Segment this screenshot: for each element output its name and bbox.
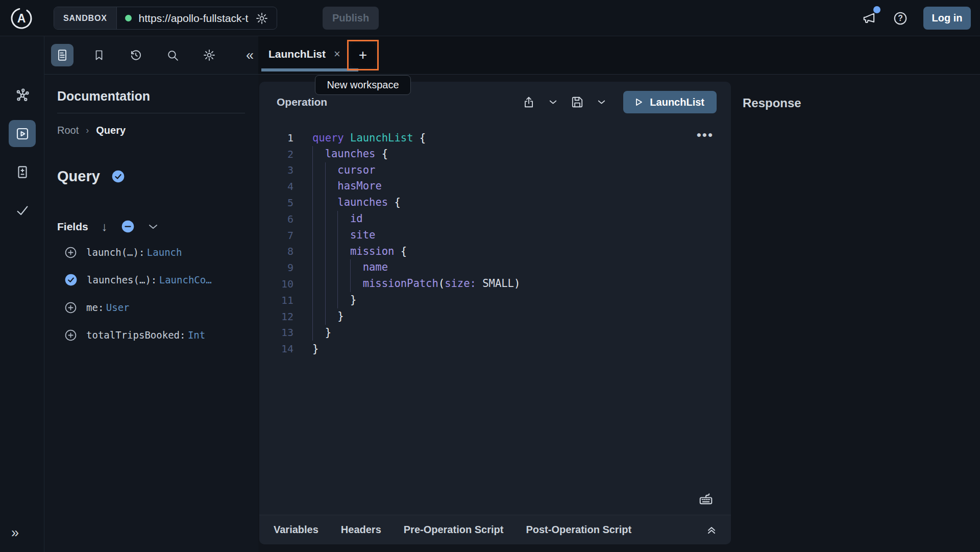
code-line[interactable]: 4hasMore [259, 178, 731, 195]
indent-guide [312, 276, 325, 292]
line-number: 14 [259, 343, 293, 355]
code-line[interactable]: 14} [259, 341, 731, 357]
field-type-link[interactable]: User [106, 302, 130, 313]
add-field-circle-plus-icon[interactable] [64, 329, 77, 342]
share-icon[interactable] [522, 95, 535, 109]
line-number: 11 [259, 294, 293, 306]
indent-guide [337, 259, 350, 276]
code-editor[interactable]: 1query LaunchList {2launches {3cursor4ha… [259, 123, 731, 357]
workspace-tab-bar: LaunchList × + New workspace [258, 36, 980, 75]
annotation-highlight [347, 40, 379, 70]
code-line[interactable]: 8mission { [259, 244, 731, 260]
field-type-link[interactable]: LaunchCo… [159, 274, 212, 285]
add-field-circle-plus-icon[interactable] [64, 246, 77, 259]
publish-button[interactable]: Publish [323, 7, 379, 30]
indent-guide [312, 162, 325, 179]
docs-tab-search[interactable] [161, 44, 184, 66]
docs-tab-saved-bookmark[interactable] [88, 44, 110, 66]
indent-guide [312, 308, 325, 325]
code-line[interactable]: 9name [259, 259, 731, 276]
tab-close-icon[interactable]: × [334, 49, 340, 60]
save-chevron-down-icon[interactable] [597, 100, 606, 105]
connection-status-dot [125, 15, 132, 21]
apollo-sandbox-app: A SANDBOX https://apollo-fullstack-t Pub… [0, 0, 980, 552]
code-line[interactable]: 2launches { [259, 146, 731, 162]
indent-guide [312, 211, 325, 227]
deselect-all-minus-icon[interactable] [121, 220, 135, 233]
code-line[interactable]: 12} [259, 308, 731, 325]
sort-arrow-down-icon[interactable]: ↓ [102, 221, 108, 233]
sandbox-chip[interactable]: SANDBOX [54, 7, 117, 29]
code-line[interactable]: 5launches { [259, 195, 731, 211]
field-type-link[interactable]: Int [188, 329, 205, 341]
fields-chevron-down-icon[interactable] [148, 224, 158, 230]
search-icon [166, 49, 179, 62]
field-selected-check-icon[interactable] [64, 273, 78, 286]
sidebar-item-checks[interactable] [9, 197, 36, 224]
field-row[interactable]: launch(…): Launch [57, 238, 258, 266]
indent-guide [312, 195, 325, 211]
endpoint-url[interactable]: https://apollo-fullstack-t [139, 12, 249, 25]
line-number: 2 [259, 148, 293, 160]
code-line[interactable]: 11} [259, 292, 731, 308]
sidebar-item-changelog[interactable] [9, 158, 36, 185]
docs-collapse-button[interactable]: « [246, 47, 254, 63]
operation-panel: Operation [259, 82, 731, 544]
help-icon[interactable]: ? [893, 11, 908, 26]
announcements-megaphone-icon[interactable] [862, 11, 877, 26]
sidebar-item-operations[interactable] [9, 120, 36, 147]
add-field-circle-plus-icon[interactable] [64, 301, 77, 314]
file-text-icon [56, 49, 69, 62]
share-chevron-down-icon[interactable] [549, 100, 557, 105]
bookmark-icon [93, 49, 105, 61]
collapse-footer-chevrons-up-icon[interactable] [706, 525, 717, 535]
footer-tab-headers[interactable]: Headers [341, 524, 381, 536]
code-line[interactable]: 13} [259, 325, 731, 341]
indent-guide [350, 259, 363, 276]
workspace-tab[interactable]: LaunchList × [261, 36, 348, 71]
line-number: 8 [259, 245, 293, 257]
run-operation-button[interactable]: LaunchList [623, 91, 717, 113]
field-row[interactable]: me: User [57, 294, 258, 321]
line-number: 3 [259, 164, 293, 176]
sidebar-item-schema-graph[interactable] [9, 81, 36, 108]
field-type-link[interactable]: Launch [147, 247, 182, 258]
left-sidebar: » [0, 36, 44, 552]
play-square-icon [15, 126, 30, 141]
indent-guide [325, 259, 338, 276]
code-line[interactable]: 3cursor [259, 162, 731, 179]
fields-list: launch(…): Launchlaunches(…): LaunchCo…m… [57, 238, 258, 349]
line-number: 12 [259, 310, 293, 323]
breadcrumb-root[interactable]: Root [57, 125, 79, 136]
keyboard-shortcuts-icon[interactable] [698, 491, 714, 507]
indent-guide [337, 292, 350, 308]
breadcrumb: Root › Query [57, 125, 258, 136]
apollo-logo-icon: A [10, 7, 33, 30]
type-title: Query [57, 168, 100, 185]
docs-tab-settings[interactable] [198, 44, 220, 66]
footer-tab-variables[interactable]: Variables [274, 524, 318, 536]
code-line[interactable]: 7site [259, 227, 731, 244]
indent-guide [325, 276, 338, 292]
indent-guide [325, 211, 338, 227]
code-line[interactable]: 1query LaunchList { [259, 130, 731, 146]
login-button[interactable]: Log in [923, 7, 971, 30]
active-tab-indicator [261, 68, 358, 71]
sidebar-expand-button[interactable]: » [11, 526, 19, 540]
code-line[interactable]: 6id [259, 211, 731, 227]
code-line[interactable]: 10missionPatch(size: SMALL) [259, 276, 731, 292]
play-icon [635, 98, 643, 106]
tab-label: LaunchList [268, 48, 326, 60]
endpoint-settings-gear-icon[interactable] [255, 12, 268, 25]
indent-guide [325, 162, 338, 179]
field-row[interactable]: totalTripsBooked: Int [57, 321, 258, 349]
response-panel-title: Response [743, 96, 801, 110]
field-row[interactable]: launches(…): LaunchCo… [57, 266, 258, 294]
docs-tab-history[interactable] [125, 44, 147, 66]
save-icon[interactable] [571, 95, 584, 109]
footer-tab-pre-operation-script[interactable]: Pre-Operation Script [404, 524, 504, 536]
indent-guide [337, 276, 350, 292]
documentation-panel: Documentation Root › Query Query Fields … [44, 75, 258, 552]
docs-tab-documentation[interactable] [51, 44, 74, 66]
footer-tab-post-operation-script[interactable]: Post-Operation Script [526, 524, 631, 536]
